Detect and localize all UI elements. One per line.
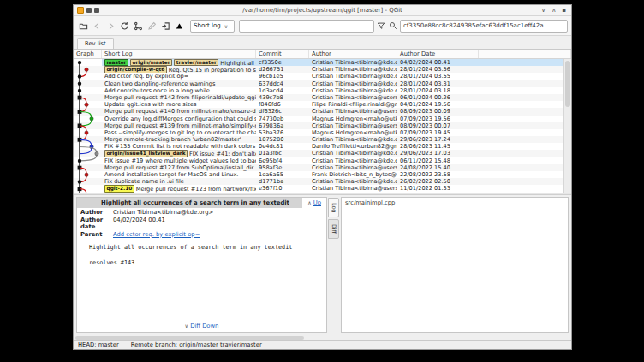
date-cell: 29/06/2023 17.03 xyxy=(397,150,479,157)
table-row[interactable]: Add contributors once in a long while...… xyxy=(74,87,571,94)
short-log-cell: Fix duplicate name in .ui file xyxy=(102,178,256,185)
short-log-cell: qgit-2.10Merge pull request #123 from ha… xyxy=(102,185,256,192)
up-link[interactable]: Up xyxy=(313,199,321,206)
short-log-cell: masterorigin/mastertravier/masterHighlig… xyxy=(102,59,256,66)
date-cell: 06/11/2022 15.48 xyxy=(397,157,479,164)
table-row[interactable]: Pass --simplify-merges to git log to cou… xyxy=(74,129,571,136)
edit-icon[interactable] xyxy=(146,20,158,32)
table-row[interactable]: Update qgit.icns with more sizesf846fd6F… xyxy=(74,101,571,108)
author-cell: Filipe Rinaldi<filipe.rinaldi@gmail.c... xyxy=(309,101,397,108)
detail-field-value: 04/02/2024 00.41 xyxy=(113,217,165,231)
sha-input[interactable]: cf3350e88cc8c8249385efac63ddf15ac1eff42a xyxy=(400,20,568,33)
table-row[interactable]: Clean two dangling-reference warnings637… xyxy=(74,80,571,87)
toolbar: Short log ∨ cf3350e88cc8c8249385efac63dd… xyxy=(74,16,571,36)
filler-cell xyxy=(479,150,571,157)
table-row[interactable]: qgit-2.10Merge pull request #123 from ha… xyxy=(74,185,571,192)
side-tab-diff[interactable]: Diff xyxy=(328,219,339,239)
horizontal-scrollbar-thumb[interactable] xyxy=(75,336,304,340)
open-icon[interactable] xyxy=(77,20,89,32)
filler-cell xyxy=(479,116,571,122)
status-remote: Remote branch: origin/master travier/mas… xyxy=(131,341,262,348)
file-pane: src/mainimpl.cpp xyxy=(341,197,569,333)
commit-cell: 637ddc4 xyxy=(256,80,309,87)
commit-cell: 439c7b8 xyxy=(256,94,309,101)
graph-cell xyxy=(74,73,102,80)
horizontal-scrollbar[interactable] xyxy=(74,335,571,340)
vertical-scrollbar-thumb[interactable] xyxy=(565,61,570,107)
filler-cell xyxy=(479,108,571,115)
refresh-icon[interactable] xyxy=(118,20,130,32)
commit-cell: df6326c xyxy=(256,108,309,115)
author-cell: Cristian Tibirna<tibirna@kde.org> xyxy=(309,136,397,143)
short-log-cell: Amend installation target for MacOS and … xyxy=(102,171,256,178)
table-row[interactable]: FIX issue #19 where multiple widget valu… xyxy=(74,157,571,164)
view-mode-select[interactable]: Short log ∨ xyxy=(190,20,235,33)
minimize-button[interactable]: ∨ xyxy=(541,7,546,14)
parent-commit-link[interactable]: Add cctor req. by explicit op= xyxy=(113,231,200,239)
file-label[interactable]: src/mainimpl.cpp xyxy=(345,199,395,206)
date-cell: 04/02/2024 00.41 xyxy=(397,59,479,66)
table-row[interactable]: origin/compile-w-qt6Req. Qt5.15 in prepa… xyxy=(74,66,571,73)
short-log-cell: FIX #135 Commit list is not readable wit… xyxy=(102,143,256,150)
close-button[interactable]: ▪ xyxy=(562,7,566,14)
search-input[interactable] xyxy=(239,20,374,33)
save-icon[interactable] xyxy=(173,20,185,32)
graph-cell xyxy=(74,129,102,136)
table-row[interactable]: Merge pull request #140 from millnet-mah… xyxy=(74,108,571,115)
filler-cell xyxy=(479,80,571,87)
filter-icon[interactable] xyxy=(376,21,386,31)
graph-cell xyxy=(74,116,102,122)
checkout-icon[interactable] xyxy=(159,20,171,32)
detail-field: ParentAdd cctor req. by explicit op= xyxy=(80,231,323,239)
table-row[interactable]: FIX #135 Commit list is not readable wit… xyxy=(74,143,571,150)
titlebar[interactable]: /var/home/tim/projects/upstream/qgit [ma… xyxy=(74,5,571,16)
maximize-button[interactable]: ∧ xyxy=(552,7,556,14)
table-row[interactable]: Merge pull request #127 from SubOptimal/… xyxy=(74,164,571,171)
graph-cell xyxy=(74,178,102,185)
short-log-cell: origin/compile-w-qt6Req. Qt5.15 in prepa… xyxy=(102,66,256,73)
table-row[interactable]: Amend installation target for MacOS and … xyxy=(74,171,571,178)
tab-rev-list[interactable]: Rev list xyxy=(77,38,114,49)
back-icon[interactable] xyxy=(91,20,103,32)
date-cell: 06/01/2024 00.26 xyxy=(397,94,479,101)
detail-field-value: Cristian Tibirna<tibirna@kde.org> xyxy=(113,209,213,217)
table-row[interactable]: Merge pull request #142 from filiperinal… xyxy=(74,94,571,101)
filler-cell xyxy=(479,94,571,101)
column-header-short-log[interactable]: Short Log xyxy=(102,50,256,58)
branch-view-icon[interactable] xyxy=(132,20,144,32)
search-icon[interactable] xyxy=(388,21,398,31)
short-log-cell: Clean two dangling-reference warnings xyxy=(102,80,256,87)
column-header-author[interactable]: Author xyxy=(309,50,397,58)
graph-cell xyxy=(74,108,102,115)
forward-icon[interactable] xyxy=(104,20,116,32)
date-cell: 11/01/2022 01.33 xyxy=(397,185,479,192)
column-header-author-date[interactable]: Author Date xyxy=(397,50,479,58)
table-row[interactable]: origin/issue41_listview_darkFIX issue #4… xyxy=(74,150,571,157)
commit-cell: 679836a xyxy=(256,122,309,129)
short-log-cell: origin/issue41_listview_darkFIX issue #4… xyxy=(102,150,256,157)
vertical-scrollbar[interactable] xyxy=(564,59,571,193)
side-tab-log[interactable]: Log xyxy=(328,198,339,217)
author-cell: Cristian Tibirna<tibirna@kde.org> xyxy=(309,178,397,185)
window-title: /var/home/tim/projects/upstream/qgit [ma… xyxy=(125,7,520,14)
graph-cell xyxy=(74,150,102,157)
table-row[interactable]: Merge pull request #139 from millnet-mah… xyxy=(74,122,571,129)
column-header-commit[interactable]: Commit xyxy=(256,50,309,58)
table-row[interactable]: Override any log.diffMerges configuratio… xyxy=(74,116,571,122)
graph-cell xyxy=(74,101,102,108)
column-header-graph[interactable]: Graph xyxy=(74,50,102,58)
table-row[interactable]: Merge remote-tracking branch 'urban82/ma… xyxy=(74,136,571,143)
detail-field-label: Parent xyxy=(80,231,113,239)
table-row[interactable]: Fix duplicate name in .ui filed1771baCri… xyxy=(74,178,571,185)
filler-cell xyxy=(479,157,571,164)
statusbar: HEAD: master Remote branch: origin/maste… xyxy=(74,340,571,349)
detail-field-label: Author xyxy=(80,209,113,217)
author-cell: Cristian Tibirna<tibirna@users.not... xyxy=(309,94,397,101)
date-cell: 28/01/2024 03.18 xyxy=(397,87,479,94)
table-row[interactable]: Add cctor req. by explicit op=96cb1e5Cri… xyxy=(74,73,571,80)
chevron-down-icon: ∨ xyxy=(224,23,228,29)
date-cell: 28/01/2024 03.31 xyxy=(397,80,479,87)
diff-down-link[interactable]: Diff Down xyxy=(190,323,218,329)
table-row[interactable]: masterorigin/mastertravier/masterHighlig… xyxy=(74,59,571,66)
filler-cell xyxy=(479,66,571,73)
